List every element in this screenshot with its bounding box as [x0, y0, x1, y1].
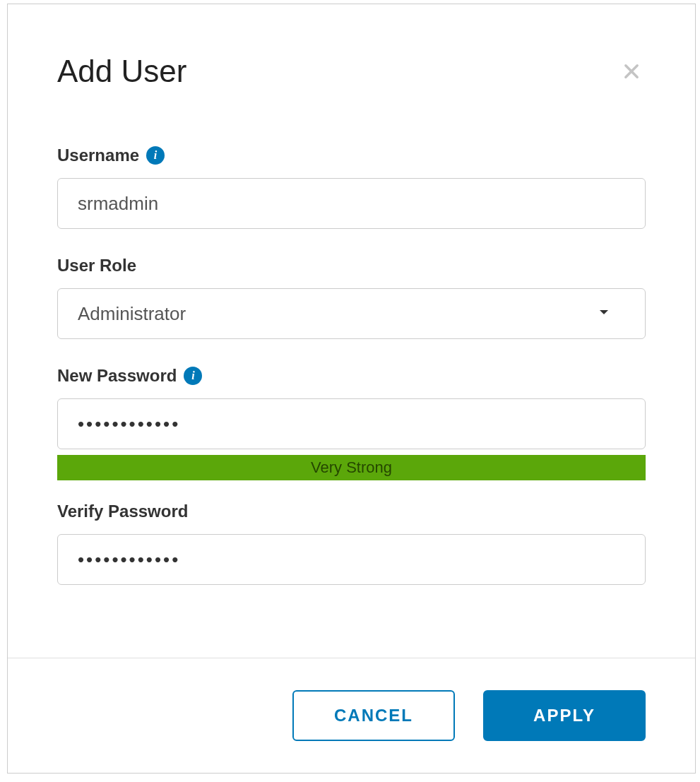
- role-label: User Role: [57, 256, 136, 276]
- new-password-field-group: New Password i Very Strong: [57, 366, 646, 480]
- username-input[interactable]: [57, 178, 646, 229]
- username-field-group: Username i: [57, 146, 646, 229]
- new-password-label-row: New Password i: [57, 366, 646, 386]
- username-label-row: Username i: [57, 146, 646, 165]
- username-label: Username: [57, 146, 139, 165]
- verify-password-input[interactable]: [57, 534, 646, 585]
- verify-password-label-row: Verify Password: [57, 502, 646, 521]
- verify-password-field-group: Verify Password: [57, 502, 646, 585]
- role-label-row: User Role: [57, 256, 646, 276]
- new-password-label: New Password: [57, 366, 177, 386]
- dialog-title: Add User: [57, 54, 186, 89]
- apply-button[interactable]: APPLY: [483, 690, 646, 741]
- dialog-footer: CANCEL APPLY: [8, 658, 695, 773]
- dialog-header: Add User: [57, 54, 646, 89]
- cancel-button[interactable]: CANCEL: [292, 690, 455, 741]
- role-select[interactable]: Administrator: [57, 288, 646, 339]
- role-select-wrapper: Administrator: [57, 288, 646, 339]
- verify-password-label: Verify Password: [57, 502, 188, 521]
- dialog-body: Add User Username i User Role Administra: [8, 4, 695, 658]
- password-strength-bar: Very Strong: [57, 455, 646, 480]
- new-password-input[interactable]: [57, 398, 646, 449]
- add-user-dialog: Add User Username i User Role Administra: [7, 4, 696, 774]
- info-icon[interactable]: i: [184, 367, 202, 385]
- close-button[interactable]: [617, 57, 646, 85]
- role-field-group: User Role Administrator: [57, 256, 646, 339]
- info-icon[interactable]: i: [146, 146, 165, 165]
- close-icon: [622, 61, 641, 81]
